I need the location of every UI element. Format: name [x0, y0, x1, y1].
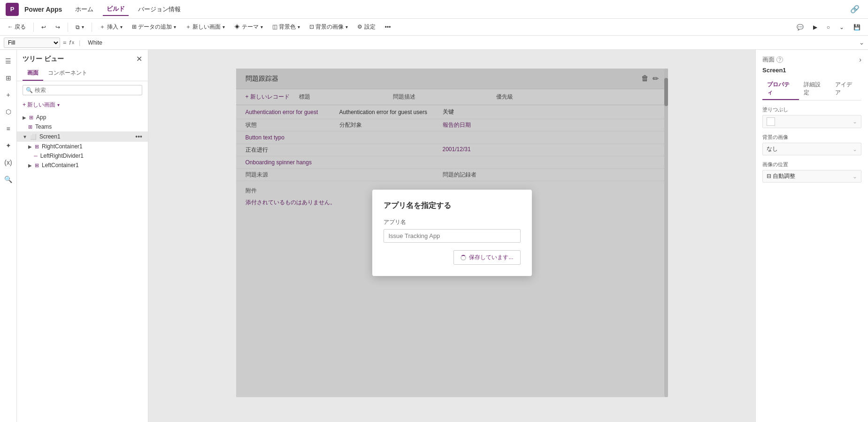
bg-image-button[interactable]: ⊡ 背景の画像 ▾	[306, 22, 352, 32]
add-icon[interactable]: +	[1, 87, 16, 102]
tree-items: ▶ ⊞ App ⊞ Teams ▼ ⬜ Screen1 ••• ▶ ⊞ Righ…	[17, 111, 148, 422]
play-icon[interactable]: ▶	[809, 23, 821, 32]
tab-ideas[interactable]: アイデア	[830, 78, 861, 100]
app-logo: P	[6, 3, 19, 16]
data-icon[interactable]: ⬡	[1, 104, 16, 119]
search-input[interactable]	[35, 87, 139, 93]
app-chevron-icon: ▶	[23, 115, 26, 120]
modal-app-name-label: アプリ名	[384, 218, 521, 226]
tree-item-leftcontainer[interactable]: ▶ ⊞ LeftContainer1	[17, 161, 148, 170]
star-icon[interactable]: ✦	[1, 138, 16, 153]
image-position-chevron-icon: ⌄	[853, 173, 857, 180]
new-screen-item[interactable]: + 新しい画面 ▾	[17, 99, 148, 111]
modal-save-button[interactable]: 保存しています...	[453, 250, 520, 265]
link-icon[interactable]: 🔗	[847, 3, 862, 15]
tab-properties[interactable]: プロパティ	[762, 78, 799, 100]
tree-item-rightcontainer[interactable]: ▶ ⊞ RightContainer1	[17, 142, 148, 151]
sidebar-tabs: 画面 コンポーネント	[17, 66, 148, 81]
fill-expand-icon: ⌄	[853, 118, 857, 125]
equals-sign: =	[63, 39, 67, 46]
leftcontainer-icon: ⊞	[35, 162, 39, 169]
help-icon[interactable]: ?	[776, 56, 783, 63]
toolbar: ← 戻る ↩ ↪ ⧉ ▾ ＋ 挿入 ▾ ⊞ データの追加 ▾ ＋ 新しい画面 ▾…	[0, 19, 868, 36]
copy-button[interactable]: ⧉ ▾	[72, 23, 88, 32]
bg-image-chevron-icon: ⌄	[853, 146, 857, 153]
tree-item-screen1-label: Screen1	[39, 133, 61, 140]
tab-components[interactable]: コンポーネント	[43, 66, 92, 81]
sep1	[33, 23, 34, 32]
property-select[interactable]: Fill	[4, 38, 60, 48]
modal-overlay: アプリ名を指定する アプリ名 保存しています...	[236, 69, 668, 397]
variable-icon[interactable]: (x)	[1, 155, 16, 170]
theme-button[interactable]: ◈ テーマ ▾	[230, 22, 266, 32]
menu-icon[interactable]: ☰	[1, 54, 16, 69]
tree-item-divider-label: LeftRightDivider1	[40, 153, 84, 159]
tree-item-leftcontainer-label: LeftContainer1	[42, 162, 79, 169]
tab-screens[interactable]: 画面	[23, 66, 43, 81]
expand-panel-icon[interactable]: ›	[859, 56, 861, 63]
insert-button[interactable]: ＋ 挿入 ▾	[96, 22, 126, 32]
right-panel: 画面 ? › Screen1 プロパティ 詳細設定 アイデア 塗りつぶし ⌄ 背…	[755, 50, 868, 422]
leftcontainer-chevron-icon: ▶	[28, 163, 32, 168]
search-icon: 🔍	[26, 87, 33, 93]
fill-property: 塗りつぶし ⌄	[762, 106, 861, 128]
right-panel-header: 画面 ? ›	[762, 55, 861, 64]
tab-advanced[interactable]: 詳細設定	[799, 78, 830, 100]
comment-icon[interactable]: 💬	[793, 23, 807, 32]
sep3	[92, 23, 92, 32]
right-panel-screen-name: Screen1	[762, 67, 861, 74]
image-position-value[interactable]: ⊟ 自動調整 ⌄	[762, 170, 861, 183]
tree-item-teams[interactable]: ⊞ Teams	[17, 122, 148, 131]
bg-image-value[interactable]: なし ⌄	[762, 143, 861, 155]
modal-title: アプリ名を指定する	[384, 201, 521, 211]
tree-item-screen1[interactable]: ▼ ⬜ Screen1 •••	[17, 131, 148, 142]
rightcontainer-chevron-icon: ▶	[28, 144, 32, 149]
fill-value[interactable]: ⌄	[762, 115, 861, 128]
new-screen-button[interactable]: ＋ 新しい画面 ▾	[182, 22, 229, 32]
right-panel-section-title: 画面 ?	[762, 55, 783, 64]
sidebar-close-icon[interactable]: ✕	[136, 54, 142, 63]
grid-icon[interactable]: ⊞	[1, 70, 16, 85]
bg-color-button[interactable]: ◫ 背景色 ▾	[269, 22, 304, 32]
sidebar-title: ツリー ビュー	[23, 55, 64, 63]
fill-label: 塗りつぶし	[762, 106, 861, 113]
screen1-dots-icon[interactable]: •••	[135, 133, 142, 140]
bg-image-property: 背景の画像 なし ⌄	[762, 134, 861, 155]
circle-icon[interactable]: ○	[823, 23, 834, 32]
image-position-property: 画像の位置 ⊟ 自動調整 ⌄	[762, 161, 861, 183]
tree-item-app[interactable]: ▶ ⊞ App	[17, 113, 148, 122]
undo-button[interactable]: ↩	[38, 23, 50, 32]
bg-image-text: なし	[767, 145, 778, 153]
search-icon-strip[interactable]: 🔍	[1, 172, 16, 187]
new-screen-chevron: ▾	[57, 102, 60, 107]
settings-button[interactable]: ⚙ 設定	[353, 22, 379, 32]
icon-strip: ☰ ⊞ + ⬡ ≡ ✦ (x) 🔍	[0, 50, 17, 422]
modal-app-name-input[interactable]	[384, 229, 521, 243]
tree-item-app-label: App	[36, 114, 46, 121]
divider-icon: ─	[34, 153, 38, 159]
modal-save-label: 保存しています...	[469, 253, 513, 261]
fx-label: fx	[69, 39, 74, 46]
back-button[interactable]: ← 戻る	[4, 22, 30, 32]
tree-item-rightcontainer-label: RightContainer1	[42, 143, 83, 150]
more-button[interactable]: •••	[381, 23, 395, 32]
tree-item-divider[interactable]: ─ LeftRightDivider1	[17, 151, 148, 161]
save-icon[interactable]: 💾	[850, 23, 864, 32]
app-icon: ⊞	[29, 115, 33, 121]
data-add-button[interactable]: ⊞ データの追加 ▾	[128, 22, 180, 32]
bg-image-label: 背景の画像	[762, 134, 861, 141]
list-icon[interactable]: ≡	[1, 121, 16, 136]
formula-value[interactable]: White	[85, 38, 856, 47]
screen1-icon: ⬜	[30, 134, 37, 140]
fill-color-swatch[interactable]	[767, 117, 775, 126]
redo-button[interactable]: ↪	[52, 23, 64, 32]
save-spinner	[461, 255, 466, 261]
nav-home[interactable]: ホーム	[71, 3, 97, 15]
top-nav: P Power Apps ホーム ビルド バージョン情報 🔗	[0, 0, 868, 19]
nav-build[interactable]: ビルド	[103, 3, 129, 16]
screen1-chevron-icon: ▼	[23, 134, 27, 139]
chevron-icon[interactable]: ⌄	[836, 23, 848, 32]
new-screen-label: + 新しい画面	[23, 101, 55, 109]
nav-version[interactable]: バージョン情報	[134, 3, 184, 15]
formula-expand-icon[interactable]: ⌄	[859, 39, 864, 46]
